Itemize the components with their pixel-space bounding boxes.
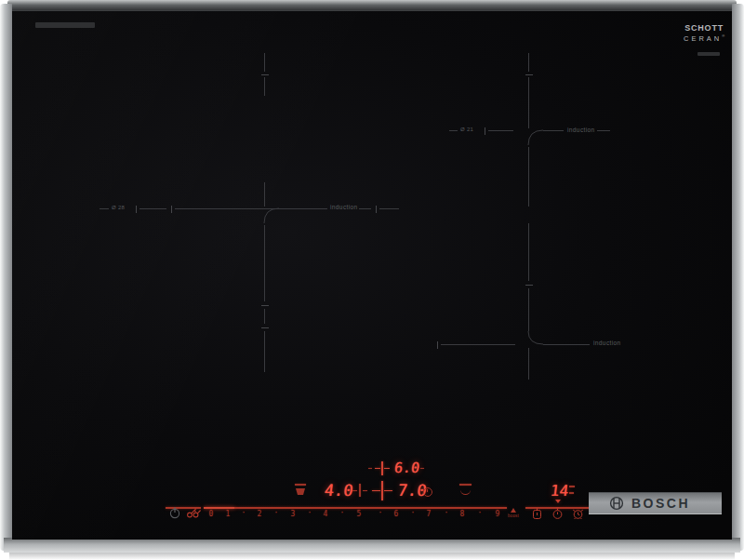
level-2[interactable]: 2	[253, 510, 266, 518]
zone-timer-clock-hand	[427, 489, 428, 492]
zone-timer-clock-icon	[423, 487, 432, 497]
pan-indicator-icon	[295, 484, 306, 486]
level-8[interactable]: 8	[456, 510, 469, 518]
level-3[interactable]: 3	[286, 510, 299, 518]
level-0[interactable]: 0	[205, 510, 218, 518]
level-7[interactable]: 7	[422, 510, 435, 518]
timer-unit-mark	[569, 486, 575, 487]
cooktop-photo: SCHOTT CERAN® Ø 28 induction Ø 21	[0, 0, 744, 560]
power-button[interactable]	[168, 506, 181, 519]
level-dot: ·	[336, 509, 349, 517]
power-boost-button[interactable]: boost	[505, 508, 522, 518]
level-dot: ·	[303, 509, 316, 517]
display-right-top-zone-level: 6.0	[393, 460, 420, 476]
alarm-timer-button[interactable]	[571, 507, 585, 520]
timer-unit-mark	[569, 492, 574, 494]
bosch-badge: BOSCH	[589, 492, 722, 514]
boost-arrow-icon	[511, 508, 516, 513]
display-dot-mark	[420, 468, 424, 470]
level-dot: ·	[406, 509, 419, 517]
level-dot: ·	[440, 509, 453, 517]
level-dot: ·	[374, 509, 387, 517]
short-timer-button[interactable]	[531, 507, 543, 520]
timer-select-arrow	[555, 500, 561, 503]
boost-label: boost	[505, 513, 522, 518]
move-pot-icon	[459, 484, 472, 486]
child-lock-key-icon[interactable]	[186, 506, 202, 519]
display-timer-minutes: 14	[550, 482, 570, 500]
level-5[interactable]: 5	[352, 510, 365, 518]
level-dot: ·	[270, 509, 283, 517]
level-dot: ·	[237, 509, 250, 517]
level-1[interactable]: 1	[221, 510, 234, 518]
level-6[interactable]: 6	[390, 510, 403, 518]
slider-active-segment	[204, 507, 234, 509]
zone-induction-label: induction	[593, 340, 621, 346]
level-dot: ·	[473, 509, 486, 517]
display-left-zone-level: 4.0	[324, 481, 354, 500]
bosch-logo-text: BOSCH	[631, 496, 690, 511]
cooking-timer-button[interactable]	[551, 507, 564, 520]
level-9[interactable]: 9	[491, 510, 504, 518]
level-4[interactable]: 4	[319, 510, 332, 518]
bosch-anchor-logo-icon	[609, 496, 624, 511]
